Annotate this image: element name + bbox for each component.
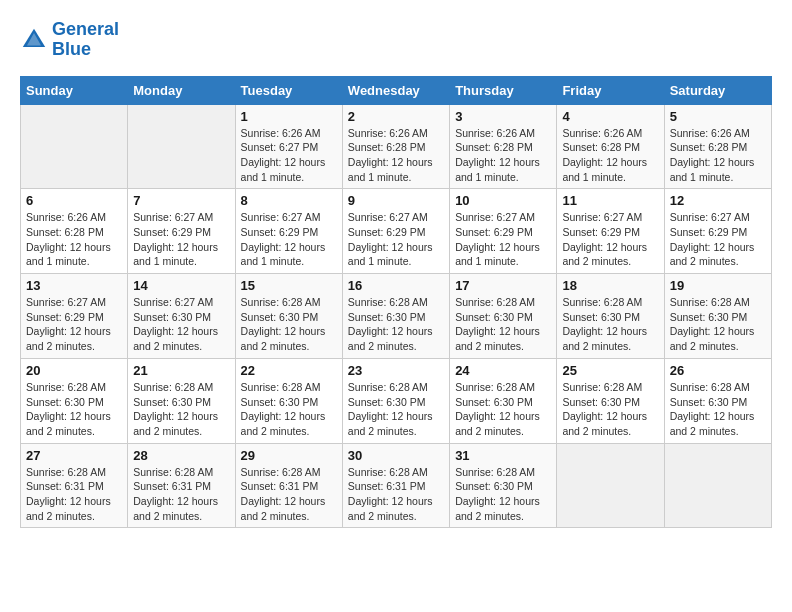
day-number: 4 <box>562 109 658 124</box>
day-info: Sunrise: 6:28 AM Sunset: 6:30 PM Dayligh… <box>562 295 658 354</box>
day-info: Sunrise: 6:28 AM Sunset: 6:30 PM Dayligh… <box>455 465 551 524</box>
calendar-cell: 23Sunrise: 6:28 AM Sunset: 6:30 PM Dayli… <box>342 358 449 443</box>
calendar-cell: 2Sunrise: 6:26 AM Sunset: 6:28 PM Daylig… <box>342 104 449 189</box>
calendar-cell: 5Sunrise: 6:26 AM Sunset: 6:28 PM Daylig… <box>664 104 771 189</box>
logo: General Blue <box>20 20 119 60</box>
calendar-cell: 25Sunrise: 6:28 AM Sunset: 6:30 PM Dayli… <box>557 358 664 443</box>
day-number: 26 <box>670 363 766 378</box>
day-number: 28 <box>133 448 229 463</box>
day-number: 11 <box>562 193 658 208</box>
day-info: Sunrise: 6:28 AM Sunset: 6:31 PM Dayligh… <box>133 465 229 524</box>
calendar-table: SundayMondayTuesdayWednesdayThursdayFrid… <box>20 76 772 529</box>
calendar-cell: 1Sunrise: 6:26 AM Sunset: 6:27 PM Daylig… <box>235 104 342 189</box>
day-number: 2 <box>348 109 444 124</box>
calendar-week-row: 13Sunrise: 6:27 AM Sunset: 6:29 PM Dayli… <box>21 274 772 359</box>
calendar-cell: 8Sunrise: 6:27 AM Sunset: 6:29 PM Daylig… <box>235 189 342 274</box>
logo-text: General Blue <box>52 20 119 60</box>
calendar-week-row: 6Sunrise: 6:26 AM Sunset: 6:28 PM Daylig… <box>21 189 772 274</box>
day-number: 18 <box>562 278 658 293</box>
day-info: Sunrise: 6:27 AM Sunset: 6:30 PM Dayligh… <box>133 295 229 354</box>
calendar-cell: 28Sunrise: 6:28 AM Sunset: 6:31 PM Dayli… <box>128 443 235 528</box>
calendar-week-row: 27Sunrise: 6:28 AM Sunset: 6:31 PM Dayli… <box>21 443 772 528</box>
calendar-cell: 30Sunrise: 6:28 AM Sunset: 6:31 PM Dayli… <box>342 443 449 528</box>
calendar-cell <box>128 104 235 189</box>
day-info: Sunrise: 6:28 AM Sunset: 6:30 PM Dayligh… <box>241 295 337 354</box>
day-info: Sunrise: 6:26 AM Sunset: 6:28 PM Dayligh… <box>562 126 658 185</box>
day-number: 13 <box>26 278 122 293</box>
day-number: 31 <box>455 448 551 463</box>
day-number: 20 <box>26 363 122 378</box>
day-info: Sunrise: 6:28 AM Sunset: 6:30 PM Dayligh… <box>241 380 337 439</box>
day-number: 23 <box>348 363 444 378</box>
day-number: 12 <box>670 193 766 208</box>
day-number: 22 <box>241 363 337 378</box>
calendar-cell: 20Sunrise: 6:28 AM Sunset: 6:30 PM Dayli… <box>21 358 128 443</box>
day-info: Sunrise: 6:28 AM Sunset: 6:30 PM Dayligh… <box>26 380 122 439</box>
day-number: 15 <box>241 278 337 293</box>
calendar-cell: 15Sunrise: 6:28 AM Sunset: 6:30 PM Dayli… <box>235 274 342 359</box>
calendar-cell: 12Sunrise: 6:27 AM Sunset: 6:29 PM Dayli… <box>664 189 771 274</box>
calendar-cell <box>21 104 128 189</box>
day-number: 7 <box>133 193 229 208</box>
day-number: 5 <box>670 109 766 124</box>
day-info: Sunrise: 6:27 AM Sunset: 6:29 PM Dayligh… <box>26 295 122 354</box>
day-number: 27 <box>26 448 122 463</box>
calendar-cell: 27Sunrise: 6:28 AM Sunset: 6:31 PM Dayli… <box>21 443 128 528</box>
logo-icon <box>20 26 48 54</box>
calendar-cell: 19Sunrise: 6:28 AM Sunset: 6:30 PM Dayli… <box>664 274 771 359</box>
day-number: 25 <box>562 363 658 378</box>
calendar-cell: 4Sunrise: 6:26 AM Sunset: 6:28 PM Daylig… <box>557 104 664 189</box>
calendar-week-row: 1Sunrise: 6:26 AM Sunset: 6:27 PM Daylig… <box>21 104 772 189</box>
calendar-cell: 26Sunrise: 6:28 AM Sunset: 6:30 PM Dayli… <box>664 358 771 443</box>
day-info: Sunrise: 6:27 AM Sunset: 6:29 PM Dayligh… <box>133 210 229 269</box>
day-info: Sunrise: 6:27 AM Sunset: 6:29 PM Dayligh… <box>455 210 551 269</box>
day-info: Sunrise: 6:27 AM Sunset: 6:29 PM Dayligh… <box>348 210 444 269</box>
weekday-header: Sunday <box>21 76 128 104</box>
day-info: Sunrise: 6:27 AM Sunset: 6:29 PM Dayligh… <box>670 210 766 269</box>
day-info: Sunrise: 6:28 AM Sunset: 6:30 PM Dayligh… <box>670 295 766 354</box>
day-number: 8 <box>241 193 337 208</box>
calendar-week-row: 20Sunrise: 6:28 AM Sunset: 6:30 PM Dayli… <box>21 358 772 443</box>
calendar-cell: 21Sunrise: 6:28 AM Sunset: 6:30 PM Dayli… <box>128 358 235 443</box>
calendar-cell: 6Sunrise: 6:26 AM Sunset: 6:28 PM Daylig… <box>21 189 128 274</box>
calendar-cell: 17Sunrise: 6:28 AM Sunset: 6:30 PM Dayli… <box>450 274 557 359</box>
day-number: 30 <box>348 448 444 463</box>
calendar-header-row: SundayMondayTuesdayWednesdayThursdayFrid… <box>21 76 772 104</box>
weekday-header: Friday <box>557 76 664 104</box>
day-number: 19 <box>670 278 766 293</box>
day-info: Sunrise: 6:28 AM Sunset: 6:30 PM Dayligh… <box>670 380 766 439</box>
day-info: Sunrise: 6:28 AM Sunset: 6:30 PM Dayligh… <box>348 295 444 354</box>
calendar-cell: 3Sunrise: 6:26 AM Sunset: 6:28 PM Daylig… <box>450 104 557 189</box>
day-info: Sunrise: 6:26 AM Sunset: 6:28 PM Dayligh… <box>670 126 766 185</box>
day-info: Sunrise: 6:28 AM Sunset: 6:31 PM Dayligh… <box>348 465 444 524</box>
weekday-header: Tuesday <box>235 76 342 104</box>
day-number: 14 <box>133 278 229 293</box>
calendar-cell <box>557 443 664 528</box>
weekday-header: Saturday <box>664 76 771 104</box>
day-number: 29 <box>241 448 337 463</box>
calendar-cell: 18Sunrise: 6:28 AM Sunset: 6:30 PM Dayli… <box>557 274 664 359</box>
day-info: Sunrise: 6:28 AM Sunset: 6:31 PM Dayligh… <box>241 465 337 524</box>
calendar-cell: 7Sunrise: 6:27 AM Sunset: 6:29 PM Daylig… <box>128 189 235 274</box>
day-info: Sunrise: 6:28 AM Sunset: 6:30 PM Dayligh… <box>348 380 444 439</box>
day-number: 10 <box>455 193 551 208</box>
page-header: General Blue <box>20 20 772 60</box>
day-number: 24 <box>455 363 551 378</box>
calendar-cell <box>664 443 771 528</box>
calendar-cell: 22Sunrise: 6:28 AM Sunset: 6:30 PM Dayli… <box>235 358 342 443</box>
day-info: Sunrise: 6:27 AM Sunset: 6:29 PM Dayligh… <box>562 210 658 269</box>
day-info: Sunrise: 6:28 AM Sunset: 6:30 PM Dayligh… <box>455 295 551 354</box>
weekday-header: Monday <box>128 76 235 104</box>
day-info: Sunrise: 6:28 AM Sunset: 6:30 PM Dayligh… <box>562 380 658 439</box>
calendar-cell: 31Sunrise: 6:28 AM Sunset: 6:30 PM Dayli… <box>450 443 557 528</box>
day-info: Sunrise: 6:27 AM Sunset: 6:29 PM Dayligh… <box>241 210 337 269</box>
day-number: 21 <box>133 363 229 378</box>
day-info: Sunrise: 6:28 AM Sunset: 6:30 PM Dayligh… <box>133 380 229 439</box>
calendar-cell: 10Sunrise: 6:27 AM Sunset: 6:29 PM Dayli… <box>450 189 557 274</box>
day-number: 17 <box>455 278 551 293</box>
day-number: 3 <box>455 109 551 124</box>
day-number: 6 <box>26 193 122 208</box>
calendar-cell: 14Sunrise: 6:27 AM Sunset: 6:30 PM Dayli… <box>128 274 235 359</box>
day-info: Sunrise: 6:26 AM Sunset: 6:28 PM Dayligh… <box>348 126 444 185</box>
day-info: Sunrise: 6:26 AM Sunset: 6:28 PM Dayligh… <box>26 210 122 269</box>
